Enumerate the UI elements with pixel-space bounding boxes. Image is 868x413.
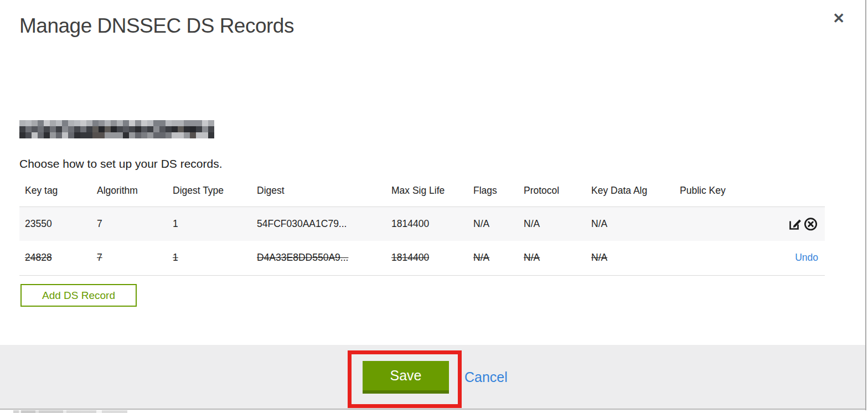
redaction-pixel (178, 120, 184, 126)
redaction-pixel (44, 132, 50, 138)
redaction-pixel (92, 120, 99, 126)
redaction-pixel (117, 126, 123, 132)
setup-instruction-text: Choose how to set up your DS records. (19, 157, 223, 171)
table-row-active: 23550 7 1 54FCF030AA1C79... 1814400 N/A … (19, 206, 825, 241)
close-icon[interactable]: ✕ (833, 11, 845, 25)
column-header-protocol: Protocol (518, 179, 586, 206)
redaction-pixel (99, 126, 105, 132)
redaction-pixel (159, 132, 166, 138)
redaction-pixel (123, 126, 129, 132)
table-header-row: Key tag Algorithm Digest Type Digest Max… (19, 179, 825, 206)
redaction-pixel (208, 132, 214, 138)
domain-name-redacted (19, 120, 214, 138)
redaction-pixel (190, 126, 196, 132)
redaction-pixel (56, 132, 62, 138)
redaction-pixel (74, 126, 80, 132)
redaction-pixel (44, 120, 50, 126)
column-header-max-sig-life: Max Sig Life (386, 179, 468, 206)
redaction-pixel (105, 120, 111, 126)
redaction-pixel (159, 120, 166, 126)
redaction-pixel (172, 120, 178, 126)
redaction-pixel (50, 126, 56, 132)
table-row-deleted: 24828 7 1 D4A33E8DD550A9... 1814400 N/A … (19, 241, 825, 275)
redaction-pixel (166, 132, 172, 138)
edit-record-icon[interactable] (788, 216, 803, 231)
redaction-pixel (32, 126, 38, 132)
cancel-link[interactable]: Cancel (464, 369, 508, 385)
cell-digest: D4A33E8DD550A9... (257, 252, 348, 263)
redaction-pixel (62, 120, 68, 126)
redaction-pixel (92, 126, 99, 132)
undo-link[interactable]: Undo (795, 252, 818, 263)
cell-protocol: N/A (524, 218, 540, 229)
redaction-pixel (153, 120, 159, 126)
redaction-pixel (129, 120, 135, 126)
redaction-pixel (62, 132, 68, 138)
redaction-pixel (129, 132, 135, 138)
redaction-pixel (86, 120, 92, 126)
redaction-pixel (105, 126, 111, 132)
redaction-pixel (62, 126, 68, 132)
redaction-pixel (166, 126, 172, 132)
cell-key-tag: 24828 (25, 252, 52, 263)
cell-digest-type: 1 (173, 252, 178, 263)
redaction-pixel (196, 132, 202, 138)
redaction-pixel (172, 132, 178, 138)
redaction-pixel (74, 120, 80, 126)
redaction-pixel (32, 132, 38, 138)
column-header-key-tag: Key tag (19, 179, 91, 206)
redaction-pixel (123, 132, 129, 138)
redaction-pixel (202, 126, 208, 132)
redaction-pixel (99, 132, 105, 138)
cell-flags: N/A (473, 218, 489, 229)
cell-max-sig-life: 1814400 (391, 218, 429, 229)
redaction-pixel (153, 132, 159, 138)
redaction-pixel (38, 132, 44, 138)
column-header-digest: Digest (251, 179, 386, 206)
redaction-pixel (74, 132, 80, 138)
cell-max-sig-life: 1814400 (391, 252, 429, 263)
redaction-pixel (123, 120, 129, 126)
column-header-digest-type: Digest Type (167, 179, 251, 206)
redaction-pixel (111, 132, 117, 138)
redaction-pixel (68, 126, 74, 132)
redaction-pixel (172, 126, 178, 132)
redaction-pixel (178, 126, 184, 132)
redaction-pixel (86, 132, 92, 138)
redaction-pixel (117, 132, 123, 138)
redaction-pixel (202, 132, 208, 138)
redaction-pixel (68, 120, 74, 126)
redaction-pixel (25, 126, 32, 132)
cell-key-data-alg: N/A (591, 252, 607, 263)
cell-algorithm: 7 (97, 218, 102, 229)
redaction-pixel (147, 126, 153, 132)
cell-digest: 54FCF030AA1C79... (257, 218, 347, 229)
cell-protocol: N/A (524, 252, 540, 263)
add-ds-record-button[interactable]: Add DS Record (20, 284, 137, 307)
redaction-pixel (38, 120, 44, 126)
redaction-pixel (86, 126, 92, 132)
delete-record-icon[interactable] (803, 216, 818, 231)
redaction-pixel (190, 120, 196, 126)
redaction-pixel (25, 120, 32, 126)
background-page-remnant (13, 410, 395, 413)
redaction-pixel (80, 126, 86, 132)
redaction-pixel (105, 132, 111, 138)
redaction-pixel (92, 132, 99, 138)
redaction-pixel (208, 120, 214, 126)
cell-flags: N/A (473, 252, 489, 263)
redaction-pixel (141, 132, 147, 138)
redaction-pixel (56, 126, 62, 132)
column-header-flags: Flags (468, 179, 518, 206)
redaction-pixel (25, 132, 32, 138)
redaction-pixel (178, 132, 184, 138)
cell-algorithm: 7 (97, 252, 102, 263)
cell-key-tag: 23550 (25, 218, 52, 229)
redaction-pixel (38, 126, 44, 132)
redaction-pixel (50, 132, 56, 138)
redaction-pixel (99, 120, 105, 126)
redaction-pixel (19, 132, 25, 138)
redaction-pixel (196, 126, 202, 132)
save-button[interactable]: Save (363, 361, 449, 394)
redaction-pixel (129, 126, 135, 132)
